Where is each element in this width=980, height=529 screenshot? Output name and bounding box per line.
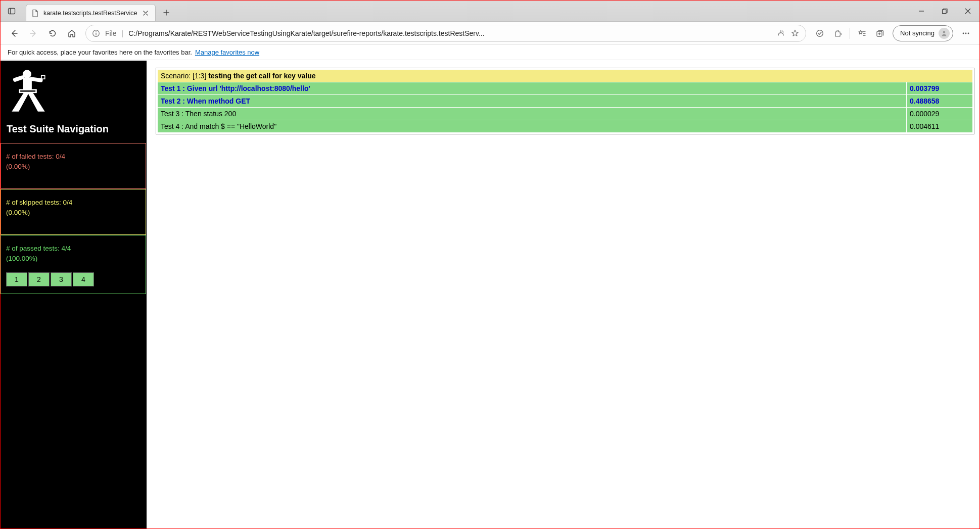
maximize-icon bbox=[942, 8, 948, 14]
home-icon bbox=[67, 29, 76, 38]
step-time: 0.000029 bbox=[907, 108, 972, 120]
step-row[interactable]: Test 3 : Then status 200 0.000029 bbox=[158, 108, 972, 120]
tab-close-button[interactable] bbox=[141, 9, 150, 18]
karate-logo-icon bbox=[7, 68, 50, 116]
more-button[interactable] bbox=[957, 25, 974, 42]
passed-tests-percent: (100.00%) bbox=[6, 254, 141, 264]
window-controls bbox=[910, 1, 979, 21]
scenario-box: Scenario: [1:3] testing the get call for… bbox=[156, 68, 974, 134]
page-content: Test Suite Navigation # of failed tests:… bbox=[1, 61, 979, 528]
person-icon bbox=[941, 30, 948, 37]
step-label: Test 3 : Then status 200 bbox=[158, 108, 906, 120]
passed-test-link[interactable]: 1 bbox=[6, 272, 27, 286]
step-row[interactable]: Test 4 : And match $ == "HelloWorld" 0.0… bbox=[158, 120, 972, 132]
favorites-button[interactable] bbox=[853, 25, 870, 42]
profile-button[interactable]: Not syncing bbox=[893, 25, 953, 41]
failed-tests-percent: (0.00%) bbox=[6, 162, 141, 172]
svg-point-4 bbox=[96, 31, 97, 32]
logo bbox=[1, 61, 146, 121]
ellipsis-icon bbox=[961, 29, 970, 38]
tab-title: karate.testscripts.testRestService bbox=[43, 10, 137, 17]
check-circle-icon bbox=[815, 29, 824, 38]
passed-test-link[interactable]: 3 bbox=[51, 272, 72, 286]
site-info-button[interactable] bbox=[92, 29, 100, 37]
passed-test-link[interactable]: 2 bbox=[28, 272, 50, 286]
svg-marker-19 bbox=[27, 92, 44, 112]
favorites-hint: For quick access, place your favorites h… bbox=[8, 49, 192, 56]
svg-rect-17 bbox=[41, 75, 45, 79]
arrow-left-icon bbox=[10, 29, 19, 38]
svg-rect-0 bbox=[9, 9, 15, 14]
step-label: Test 1 : Given url 'http://localhost:808… bbox=[158, 82, 906, 94]
minimize-icon bbox=[918, 8, 924, 14]
toolbar-right: Not syncing bbox=[811, 25, 974, 42]
collections-icon bbox=[875, 29, 884, 38]
skipped-tests-percent: (0.00%) bbox=[6, 208, 141, 218]
svg-point-9 bbox=[965, 32, 967, 34]
report-main: Scenario: [1:3] testing the get call for… bbox=[147, 61, 979, 528]
close-icon bbox=[143, 11, 148, 16]
scenario-name: testing the get call for key value bbox=[208, 72, 315, 80]
scenario-header-row[interactable]: Scenario: [1:3] testing the get call for… bbox=[158, 70, 972, 82]
read-aloud-icon bbox=[776, 29, 785, 38]
collections-button[interactable] bbox=[871, 25, 889, 42]
tab-strip: karate.testscripts.testRestService bbox=[26, 1, 174, 21]
svg-marker-18 bbox=[12, 92, 29, 112]
arrow-right-icon bbox=[29, 29, 38, 38]
back-button[interactable] bbox=[6, 25, 23, 42]
titlebar: karate.testscripts.testRestService bbox=[1, 1, 979, 22]
puzzle-icon bbox=[833, 29, 843, 38]
step-row[interactable]: Test 2 : When method GET 0.488658 bbox=[158, 95, 972, 107]
step-row[interactable]: Test 1 : Given url 'http://localhost:808… bbox=[158, 82, 972, 94]
star-icon bbox=[790, 29, 800, 38]
passed-test-link[interactable]: 4 bbox=[73, 272, 94, 286]
passed-tests-box[interactable]: # of passed tests: 4/4 (100.00%) 1 2 3 4 bbox=[1, 235, 146, 294]
toolbar-separator bbox=[850, 28, 850, 39]
maximize-button[interactable] bbox=[933, 1, 956, 21]
refresh-icon bbox=[48, 29, 57, 38]
star-list-icon bbox=[857, 29, 866, 38]
not-syncing-label: Not syncing bbox=[900, 29, 935, 37]
sidebar: Test Suite Navigation # of failed tests:… bbox=[1, 61, 147, 528]
step-time: 0.488658 bbox=[907, 95, 972, 107]
info-icon bbox=[92, 29, 100, 37]
favorite-button[interactable] bbox=[790, 29, 800, 38]
steps-table: Scenario: [1:3] testing the get call for… bbox=[157, 69, 973, 133]
browser-tab[interactable]: karate.testscripts.testRestService bbox=[26, 4, 156, 21]
favorites-bar: For quick access, place your favorites h… bbox=[1, 45, 979, 60]
step-label: Test 4 : And match $ == "HelloWorld" bbox=[158, 120, 906, 132]
svg-point-10 bbox=[968, 32, 969, 34]
failed-tests-box[interactable]: # of failed tests: 0/4 (0.00%) bbox=[1, 143, 146, 189]
skipped-tests-box[interactable]: # of skipped tests: 0/4 (0.00%) bbox=[1, 189, 146, 235]
passed-tests-count: # of passed tests: 4/4 bbox=[6, 244, 141, 254]
failed-tests-count: # of failed tests: 0/4 bbox=[6, 152, 141, 162]
url-scheme-label: File bbox=[105, 29, 117, 37]
svg-rect-15 bbox=[13, 75, 25, 82]
svg-point-5 bbox=[817, 30, 823, 36]
read-aloud-button[interactable] bbox=[776, 29, 785, 38]
extensions-button[interactable] bbox=[829, 25, 847, 42]
avatar bbox=[939, 28, 950, 39]
url-text: C:/Programs/Karate/RESTWebServiceTesting… bbox=[128, 29, 771, 37]
svg-point-8 bbox=[963, 32, 964, 34]
sidebar-title: Test Suite Navigation bbox=[1, 121, 146, 143]
window-close-button[interactable] bbox=[956, 1, 979, 21]
todo-button[interactable] bbox=[811, 25, 828, 42]
url-divider: | bbox=[122, 29, 124, 37]
forward-button[interactable] bbox=[25, 25, 42, 42]
svg-point-7 bbox=[943, 31, 946, 33]
passed-test-links: 1 2 3 4 bbox=[6, 272, 141, 286]
minimize-button[interactable] bbox=[910, 1, 933, 21]
home-button[interactable] bbox=[63, 25, 80, 42]
toolbar: File | C:/Programs/Karate/RESTWebService… bbox=[1, 22, 979, 45]
address-bar[interactable]: File | C:/Programs/Karate/RESTWebService… bbox=[85, 25, 806, 42]
tab-actions-icon bbox=[8, 7, 16, 15]
scenario-prefix: Scenario: [1:3] bbox=[161, 72, 208, 80]
tab-actions-button[interactable] bbox=[4, 4, 20, 19]
svg-rect-2 bbox=[943, 10, 947, 14]
step-label: Test 2 : When method GET bbox=[158, 95, 906, 107]
refresh-button[interactable] bbox=[44, 25, 61, 42]
new-tab-button[interactable] bbox=[159, 5, 174, 20]
manage-favorites-link[interactable]: Manage favorites now bbox=[195, 49, 259, 56]
plus-icon bbox=[163, 10, 169, 16]
